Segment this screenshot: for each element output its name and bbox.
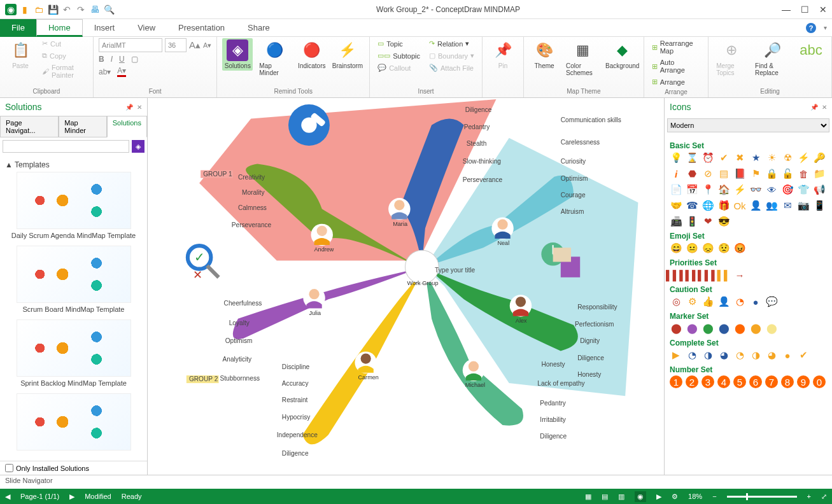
- solutions-search-input[interactable]: [3, 140, 129, 153]
- gift-icon[interactable]: 🎁: [717, 199, 730, 212]
- bolt-icon[interactable]: ⚡: [797, 151, 810, 164]
- target-icon[interactable]: 🎯: [781, 183, 794, 196]
- radiation-icon[interactable]: ☢: [781, 151, 794, 164]
- tab-solutions[interactable]: Solutions: [107, 116, 147, 137]
- avatar-michael[interactable]: Michael: [463, 360, 485, 389]
- paste-button[interactable]: 📋Paste: [5, 38, 36, 71]
- font-name-input[interactable]: [99, 38, 162, 52]
- group1-label[interactable]: GROUP 1: [203, 171, 232, 178]
- c5-icon[interactable]: ◔: [733, 295, 746, 308]
- c1-icon[interactable]: ◎: [670, 295, 682, 308]
- trash-icon[interactable]: 🗑: [797, 167, 810, 180]
- close-panel-icon[interactable]: ✕: [137, 104, 142, 111]
- c4-icon[interactable]: 👤: [717, 295, 730, 308]
- template-item[interactable]: Sprint Backlog MindMap Template: [5, 319, 142, 387]
- c6-icon[interactable]: ●: [749, 295, 762, 308]
- n3-icon[interactable]: 3: [702, 375, 714, 388]
- emoji-worried-icon[interactable]: 😟: [717, 242, 730, 255]
- book-icon[interactable]: 📕: [733, 167, 746, 180]
- map-minder-button[interactable]: 🔵Map Minder: [257, 38, 292, 78]
- rearrange-button[interactable]: ⊞ Rearrange Map: [649, 38, 703, 56]
- calendar-icon[interactable]: 📅: [686, 183, 698, 196]
- m6-icon[interactable]: ⬤: [749, 322, 762, 335]
- p1-icon[interactable]: ◔: [686, 349, 698, 361]
- background-button[interactable]: ◆Background: [607, 38, 638, 71]
- qat-new-icon[interactable]: ▮: [19, 4, 31, 15]
- m1-icon[interactable]: ⬤: [670, 322, 682, 335]
- solutions-search-button[interactable]: ◈: [132, 140, 145, 153]
- p4-icon[interactable]: ◔: [733, 349, 746, 361]
- play-icon[interactable]: ▶: [656, 493, 661, 501]
- n5-icon[interactable]: 5: [733, 375, 746, 388]
- folder-icon[interactable]: 📁: [813, 167, 826, 180]
- ribbon-collapse-icon[interactable]: ▾: [824, 24, 827, 31]
- emoji-smile-icon[interactable]: 😄: [670, 242, 682, 255]
- unlock-icon[interactable]: 🔓: [781, 167, 794, 180]
- font-color-button[interactable]: A▾: [117, 66, 126, 77]
- template-item[interactable]: Scrum Board MindMap Template: [5, 246, 142, 313]
- view2-icon[interactable]: ▤: [602, 493, 608, 501]
- pin-button[interactable]: 📌Pin: [488, 38, 518, 71]
- merge-button[interactable]: ⊕Merge Topics: [714, 38, 749, 78]
- view1-icon[interactable]: ▦: [585, 493, 591, 501]
- template-item[interactable]: [5, 393, 142, 451]
- border-button[interactable]: ▢: [131, 55, 138, 64]
- tab-presentation[interactable]: Presentation: [167, 19, 236, 37]
- chart3-icon[interactable]: ▌▌▌: [702, 269, 714, 281]
- font-size-input[interactable]: [165, 38, 187, 52]
- group-icon[interactable]: 👥: [765, 199, 778, 212]
- p3-icon[interactable]: ◕: [717, 349, 730, 361]
- fit-icon[interactable]: ⤢: [821, 493, 827, 501]
- noentry-icon[interactable]: ⊘: [702, 167, 714, 180]
- lock-icon[interactable]: 🔒: [765, 167, 778, 180]
- info-icon[interactable]: i: [670, 167, 682, 180]
- pin-icon[interactable]: 📍: [702, 183, 714, 196]
- zoom-slider[interactable]: [727, 496, 797, 498]
- subtopic-button[interactable]: ▭▭ Subtopic: [375, 50, 423, 61]
- phone-icon[interactable]: ☎: [686, 199, 698, 212]
- mail-icon[interactable]: ✉: [781, 199, 794, 212]
- highlight-button[interactable]: ab▾: [99, 67, 111, 76]
- doc-icon[interactable]: 📄: [670, 183, 682, 196]
- qat-save-icon[interactable]: 💾: [47, 4, 59, 15]
- bulb-icon[interactable]: 💡: [670, 151, 682, 164]
- fax-icon[interactable]: 📠: [670, 215, 682, 228]
- arrange-button[interactable]: ⊞ Arrange: [649, 76, 703, 87]
- qat-preview-icon[interactable]: 🔍: [103, 4, 115, 15]
- p2-icon[interactable]: ◑: [702, 349, 714, 361]
- emoji-sad-icon[interactable]: 😞: [702, 242, 714, 255]
- avatar-julia[interactable]: Julia: [303, 287, 325, 316]
- m7-icon[interactable]: ⬤: [765, 322, 778, 335]
- solutions-button[interactable]: ◈Solutions: [222, 38, 253, 71]
- chart4-icon[interactable]: ▌▌: [717, 269, 730, 281]
- flash-icon[interactable]: ⚡: [733, 183, 746, 196]
- n7-icon[interactable]: 7: [765, 375, 778, 388]
- callout-button[interactable]: 💬 Callout: [375, 62, 423, 73]
- brainstorm-button[interactable]: ⚡Brainstorm: [331, 38, 364, 71]
- p5-icon[interactable]: ◑: [749, 349, 762, 361]
- shrink-font-icon[interactable]: A▾: [203, 41, 211, 50]
- tab-view[interactable]: View: [126, 19, 167, 37]
- bold-button[interactable]: B: [99, 55, 104, 64]
- m3-icon[interactable]: ⬤: [702, 322, 714, 335]
- template-item[interactable]: Daily Scrum Agenda MindMap Template: [5, 172, 142, 239]
- auto-arrange-button[interactable]: ⊞ Auto Arrange: [649, 57, 703, 75]
- tab-home[interactable]: Home: [36, 19, 83, 37]
- chart2-icon[interactable]: ▌▌: [686, 269, 698, 281]
- flag-icon[interactable]: ⚑: [749, 167, 762, 180]
- stop-icon[interactable]: ⬣: [686, 167, 698, 180]
- qat-print-icon[interactable]: 🖶: [89, 4, 101, 15]
- help-icon[interactable]: ?: [806, 23, 816, 33]
- trafficlight-icon[interactable]: 🚦: [686, 215, 698, 228]
- c7-icon[interactable]: 💬: [765, 295, 778, 308]
- slide-navigator-header[interactable]: Slide Navigator: [0, 475, 832, 489]
- p7-icon[interactable]: ●: [781, 349, 794, 361]
- sun-icon[interactable]: ☀: [765, 151, 778, 164]
- megaphone-icon[interactable]: 📢: [813, 183, 826, 196]
- cross-icon[interactable]: ✖: [733, 151, 746, 164]
- m4-icon[interactable]: ⬤: [717, 322, 730, 335]
- italic-button[interactable]: I: [111, 55, 113, 64]
- minimize-button[interactable]: —: [782, 4, 791, 15]
- n4-icon[interactable]: 4: [717, 375, 730, 388]
- boundary-button[interactable]: ▢ Boundary ▾: [427, 50, 477, 61]
